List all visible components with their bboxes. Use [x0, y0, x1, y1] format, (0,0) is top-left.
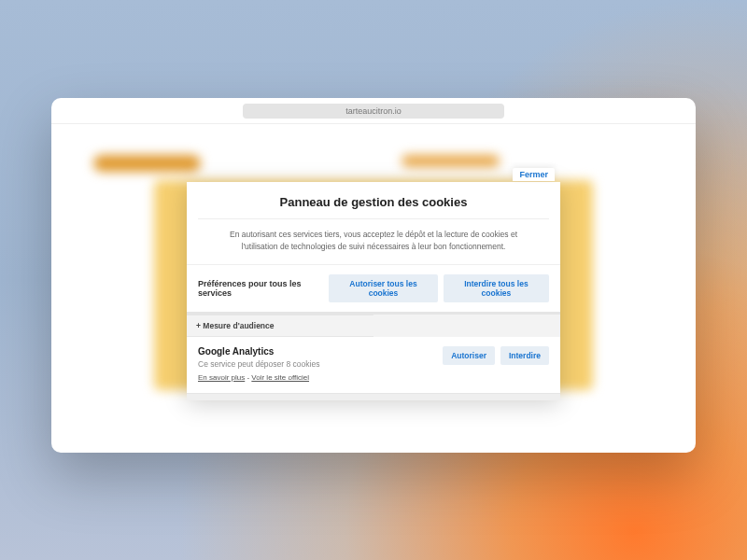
global-prefs-row: Préférences pour tous les services Autor…	[187, 264, 560, 312]
service-row: Google Analytics Ce service peut déposer…	[187, 337, 560, 393]
cookie-consent-panel: Fermer Panneau de gestion des cookies En…	[187, 182, 560, 400]
url-bar-container: tarteaucitron.io	[51, 98, 696, 124]
panel-description: En autorisant ces services tiers, vous a…	[198, 218, 549, 264]
blur-shape	[93, 155, 201, 172]
service-name: Google Analytics	[198, 346, 319, 357]
service-links: En savoir plus - Voir le site officiel	[198, 373, 319, 382]
official-site-link[interactable]: Voir le site officiel	[251, 373, 309, 382]
deny-button[interactable]: Interdire	[500, 346, 549, 365]
global-button-group: Autoriser tous les cookies Interdire tou…	[329, 274, 549, 302]
category-bar: + Mesure d'audience	[187, 312, 560, 337]
prefs-label: Préférences pour tous les services	[198, 279, 329, 298]
allow-button[interactable]: Autoriser	[443, 346, 495, 365]
service-button-group: Autoriser Interdire	[443, 346, 549, 365]
panel-title: Panneau de gestion des cookies	[187, 182, 560, 218]
background: tarteaucitron.io Fermer Panneau de gesti…	[0, 0, 747, 560]
deny-all-button[interactable]: Interdire tous les cookies	[444, 274, 549, 302]
learn-more-link[interactable]: En savoir plus	[198, 373, 245, 382]
blur-shape	[402, 155, 500, 167]
allow-all-button[interactable]: Autoriser tous les cookies	[329, 274, 438, 302]
close-button[interactable]: Fermer	[513, 168, 555, 181]
service-desc: Ce service peut déposer 8 cookies	[198, 359, 319, 369]
service-info: Google Analytics Ce service peut déposer…	[198, 346, 319, 382]
category-toggle[interactable]: + Mesure d'audience	[187, 315, 374, 337]
url-bar[interactable]: tarteaucitron.io	[243, 104, 504, 119]
panel-footer	[187, 393, 560, 400]
